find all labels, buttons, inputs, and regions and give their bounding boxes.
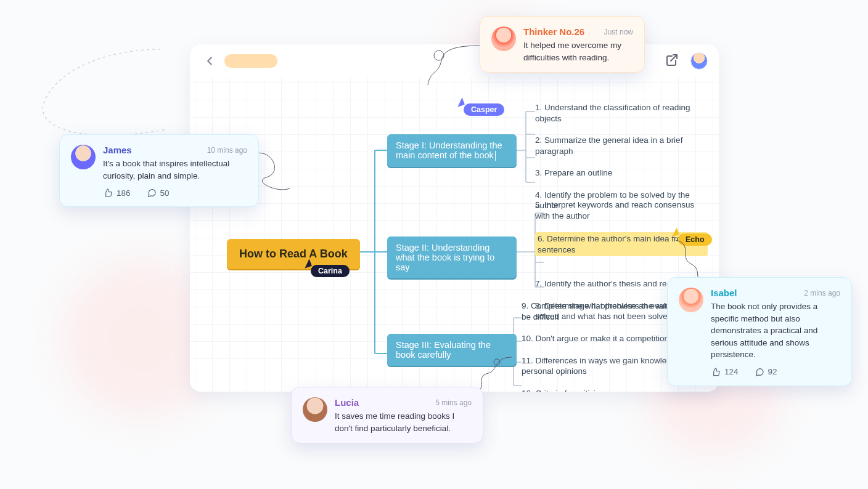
comment-timestamp: 5 mins ago [435,398,472,407]
leaf-item[interactable]: 12. Criteria for criticism [522,388,704,392]
comment-author: Thinker No.26 [523,26,584,37]
comment-text: It saves me time reading books I don't f… [335,410,472,434]
like-count: 124 [724,367,739,376]
reply-count: 50 [160,188,170,198]
stage-node-2[interactable]: Stage II: Understanding what the book is… [387,236,517,278]
stage-node-1-label: Stage I: Understanding the main content … [396,140,502,160]
like-button[interactable]: 186 [103,188,131,198]
like-count: 186 [117,188,131,198]
mindmap-app-card: How to Read A Book Stage I: Understandin… [190,44,719,392]
leaf-item[interactable]: 3. Prepare an outline [535,168,708,179]
comment-author: Lucia [335,397,359,408]
mindmap-canvas[interactable]: How to Read A Book Stage I: Understandin… [190,78,719,392]
comment-card-isabel[interactable]: Isabel 2 mins ago The book not only prov… [667,277,852,386]
avatar-icon [71,145,96,169]
comment-card-thinker[interactable]: Thinker No.26 Just now It helped me over… [480,16,645,73]
connector-doodle [425,42,487,91]
reply-count: 92 [768,367,777,376]
svg-point-1 [434,51,444,60]
comment-author: Isabel [711,288,737,298]
like-button[interactable]: 124 [711,367,739,377]
avatar-icon [303,397,327,422]
avatar-icon [679,288,703,312]
reply-button[interactable]: 92 [755,367,777,377]
comment-text: The book not only provides a specific me… [711,301,840,361]
document-title-placeholder[interactable] [224,54,277,68]
reply-button[interactable]: 50 [147,188,170,198]
leaf-item[interactable]: 5. Interpret keywords and reach consensu… [535,200,708,221]
comment-card-james[interactable]: James 10 mins ago It's a book that inspi… [59,134,259,207]
stage-node-2-label: Stage II: Understanding what the book is… [396,243,494,272]
comment-timestamp: Just now [604,28,633,36]
comment-card-lucia[interactable]: Lucia 5 mins ago It saves me time readin… [291,387,483,443]
leaf-item[interactable]: 2. Summarize the general idea in a brief… [535,135,708,156]
leaf-item[interactable]: 1. Understand the classification of read… [535,102,708,124]
avatar-icon [491,26,516,51]
back-button[interactable] [201,52,218,70]
current-user-avatar[interactable] [690,52,708,70]
comment-text: It helped me overcome my difficulties wi… [523,39,633,63]
stage-node-1[interactable]: Stage I: Understanding the main content … [387,134,517,167]
comment-timestamp: 10 mins ago [207,146,247,155]
collaborator-cursor-carina: Carina [311,265,350,277]
comment-author: James [103,145,132,155]
share-button[interactable] [665,52,682,70]
comment-text: It's a book that inspires intellectual c… [103,158,247,182]
comment-timestamp: 2 mins ago [804,289,840,297]
collaborator-cursor-casper: Casper [464,103,504,116]
